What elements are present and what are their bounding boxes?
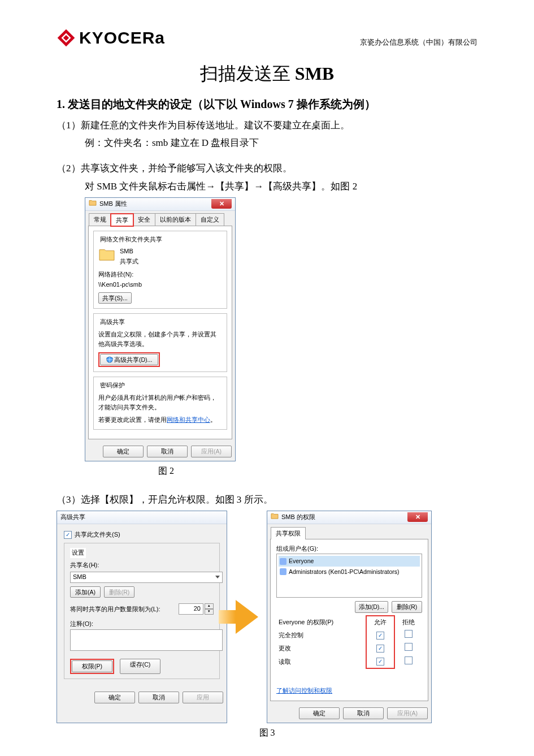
fig2-tabs: 常规 共享 安全 以前的版本 自定义 [85,211,235,226]
share-button[interactable]: 共享(S)... [98,292,132,304]
list-item: Everyone [279,556,420,567]
step-1-line-2: 例：文件夹名：smb 建立在 D 盘根目录下 [57,135,477,150]
step-2-line-1: （2）共享该文件夹，并给予能够写入该文件夹的权限。 [57,161,477,176]
allow-change-checkbox[interactable]: ✓ [376,645,384,653]
deny-full-checkbox[interactable] [405,630,413,638]
kyocera-wordmark: KYOCERa [79,28,165,47]
tab-prevver[interactable]: 以前的版本 [155,213,196,226]
allow-header: 允许 [366,616,394,629]
cancel-button[interactable]: 取消 [147,446,188,457]
fig2-shared-state: 共享式 [120,257,138,267]
ok-button[interactable]: 确定 [103,446,144,457]
share-name-select[interactable]: SMB [70,572,223,583]
folder-icon [98,247,115,265]
step-2-line-2: 对 SMB 文件夹鼠标右击属性→【共享】→【高级共享】。如图 2 [57,179,477,194]
add-button[interactable]: 添加(D)... [355,601,388,613]
fig2-group-advanced: 高级共享 设置自定义权限，创建多个共享，并设置其他高级共享选项。 高级共享(D)… [93,313,227,372]
fig3-caption: 图 3 [57,725,477,740]
delete-button[interactable]: 删除(R) [104,586,134,598]
close-icon[interactable]: ✕ [407,512,428,522]
fig2-titlebar: SMB 属性 ✕ [85,198,235,211]
fig2-adv-desc: 设置自定义权限，创建多个共享，并设置其他高级共享选项。 [98,330,222,349]
fig2-group-password: 密码保护 用户必须具有此计算机的用户帐户和密码，才能访问共享文件夹。 若要更改此… [93,377,227,430]
fig2-pwd-desc: 用户必须具有此计算机的用户帐户和密码，才能访问共享文件夹。 [98,393,222,412]
fig2-title-text: SMB 属性 [99,199,127,209]
kyocera-mark-icon [57,28,76,47]
tab-custom[interactable]: 自定义 [196,213,224,226]
company-name: 京瓷办公信息系统（中国）有限公司 [360,37,477,47]
fig3a-titlebar: 高级共享 [57,511,227,524]
users-list[interactable]: Everyone Administrators (Ken01-PC\Admini… [276,554,422,598]
network-sharing-center-link[interactable]: 网络和共享中心 [167,416,210,423]
comment-label: 注释(O): [70,619,214,629]
apply-button[interactable]: 应用(A) [191,446,232,457]
arrow-right-icon [236,600,258,634]
permissions-highlight: 权限(P) [70,659,114,674]
document-title: 扫描发送至 SMB [0,62,534,87]
allow-read-checkbox[interactable]: ✓ [376,658,384,666]
advanced-share-highlight: 高级共享(D)... [98,352,160,368]
tab-share-permissions[interactable]: 共享权限 [271,527,306,539]
chevron-down-icon [215,576,220,578]
deny-read-checkbox[interactable] [405,656,413,664]
list-item: Administrators (Ken01-PC\Administrators) [279,567,420,577]
advanced-share-button[interactable]: 高级共享(D)... [100,354,158,366]
cancel-button[interactable]: 取消 [343,707,384,719]
user-icon [280,558,286,565]
shield-icon [106,356,113,363]
tab-general[interactable]: 常规 [89,213,111,226]
share-name-label: 共享名(H): [70,560,214,571]
fig2-group-networkshare: 网络文件和文件夹共享 SMB 共享式 网络路径(N): \\Ken01-pc\s… [93,231,227,309]
cancel-button[interactable]: 取消 [138,692,179,703]
folder-icon [271,512,279,522]
fig2-folder-name: SMB [120,247,138,257]
fig3b-title-text: SMB 的权限 [281,512,315,522]
close-icon[interactable]: ✕ [211,199,232,209]
add-button[interactable]: 添加(A) [70,586,101,598]
fig3a-dialog: 高级共享 ✓ 共享此文件夹(S) 设置 共享名(H): SMB [57,511,227,723]
title-pre: 扫描发送至 [200,63,295,84]
deny-header: 拒绝 [394,616,422,629]
deny-change-checkbox[interactable] [405,643,413,651]
fig3a-title-text: 高级共享 [60,512,85,522]
fig3b-titlebar: SMB 的权限 ✕ [267,511,431,524]
delete-button[interactable]: 删除(R) [392,601,422,613]
learn-access-link[interactable]: 了解访问控制和权限 [276,687,332,694]
fig2-caption: 图 2 [85,464,477,478]
kyocera-logo: KYOCERa [57,28,165,47]
apply-button[interactable]: 应用(A) [387,707,428,719]
spinner-buttons[interactable]: ▴▾ [205,603,214,615]
fig2-netpath-label: 网络路径(N): [98,270,222,280]
step-3-line: （3）选择【权限】，开启允许权限。如图 3 所示。 [57,492,477,507]
groups-label: 组或用户名(G): [276,544,422,554]
permissions-button[interactable]: 权限(P) [72,660,112,672]
title-latin: SMB [295,63,334,84]
fig3b-dialog: SMB 的权限 ✕ 共享权限 组或用户名(G): Everyone Admini… [267,511,432,723]
tab-share[interactable]: 共享 [111,214,133,226]
ok-button[interactable]: 确定 [299,707,340,719]
fig2-dialog: SMB 属性 ✕ 常规 共享 安全 以前的版本 自定义 网络文件和文件夹共享 [85,197,236,461]
share-folder-checkbox[interactable]: ✓ [64,531,72,539]
section-1-heading: 1. 发送目的地文件夹的设定（以下以 Windows 7 操作系统为例） [57,95,477,113]
folder-icon [89,199,97,209]
user-icon [280,568,286,575]
cache-button[interactable]: 缓存(C) [120,659,160,674]
limit-label: 将同时共享的用户数量限制为(L): [70,604,160,615]
tab-security[interactable]: 安全 [133,213,155,226]
comment-input[interactable] [70,629,223,651]
ok-button[interactable]: 确定 [94,692,135,703]
perm-for-label: Everyone 的权限(P) [276,616,366,629]
fig2-netpath: \\Ken01-pc\smb [98,280,222,290]
step-1-line-1: （1）新建任意的文件夹作为目标传送地址。建议不要建立在桌面上。 [57,118,477,133]
limit-input[interactable]: 20 [179,603,203,615]
allow-full-checkbox[interactable]: ✓ [376,632,384,640]
share-folder-checkbox-label: 共享此文件夹(S) [75,530,120,540]
apply-button[interactable]: 应用 [183,692,223,703]
